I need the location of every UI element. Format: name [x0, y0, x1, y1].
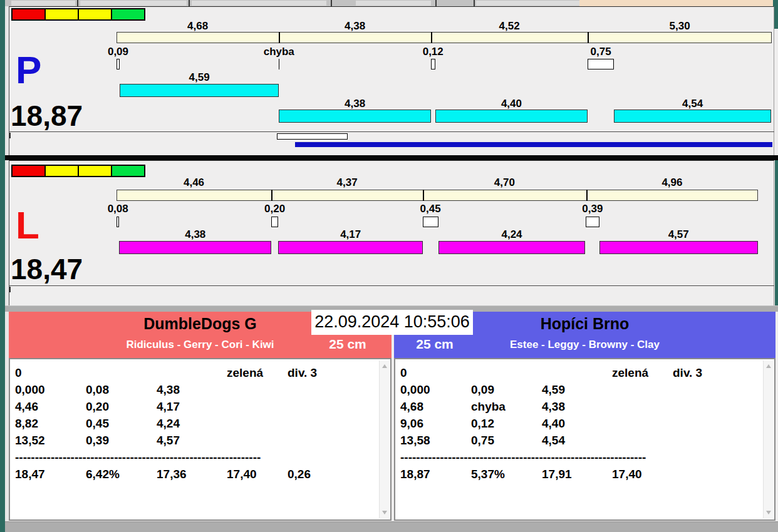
change-time-box [423, 217, 438, 227]
split-time-label: 4,37 [337, 176, 358, 189]
log-cell [612, 398, 673, 415]
log-cell: 18,47 [15, 466, 86, 483]
split-time-label: 4,38 [345, 20, 365, 33]
log-cell [542, 364, 612, 381]
log-separator: ----------------------------------------… [15, 449, 376, 466]
log-cell: 8,82 [15, 415, 86, 432]
log-cell: 4,68 [400, 398, 471, 415]
log-header-row: 0zelenádiv. 3 [15, 364, 376, 381]
log-row: 8,820,454,24 [15, 415, 376, 432]
log-cell: 4,17 [157, 398, 227, 415]
change-time-label: 0,08 [108, 203, 128, 215]
yellow-light [44, 165, 79, 177]
change-time-box [271, 217, 278, 227]
log-cell [227, 381, 288, 398]
dog-run-bar [279, 110, 431, 123]
result-log-right: 0zelenádiv. 30,0000,094,594,68chyba4,389… [394, 358, 775, 521]
split-time-label: 4,70 [494, 176, 515, 189]
height-class-right: 25 cm [407, 337, 463, 352]
change-time-label: 0,39 [582, 203, 603, 215]
log-cell: 0,26 [288, 466, 376, 483]
log-cell: 0,000 [15, 381, 86, 398]
log-cell: 13,52 [15, 432, 86, 449]
substrip-tick [9, 287, 11, 292]
timing-panel-l: L 18,47 4,464,374,704,960,080,200,450,39… [9, 160, 774, 305]
log-cell [612, 381, 673, 398]
log-cell: div. 3 [288, 364, 376, 381]
split-divider [431, 32, 432, 43]
log-row: 13,580,754,54 [400, 432, 760, 449]
change-error-tick [279, 59, 279, 69]
log-cell: 0,39 [86, 432, 157, 449]
log-cell [471, 364, 542, 381]
change-error-label: chyba [264, 46, 294, 58]
log-cell [227, 415, 288, 432]
lane-letter-p: P [16, 51, 41, 90]
log-cell [227, 432, 288, 449]
yellow-light [78, 8, 112, 21]
log-cell [673, 415, 760, 432]
log-cell [86, 364, 157, 381]
log-cell: zelená [612, 364, 673, 381]
background-window-segment [192, 1, 326, 6]
log-cell [612, 415, 673, 432]
log-cell: 6,42% [86, 466, 157, 483]
log-cell: 5,37% [471, 466, 542, 483]
log-row: 4,460,204,17 [15, 398, 376, 415]
scroll-up-icon[interactable] [766, 364, 771, 368]
scrollbar[interactable] [379, 361, 389, 518]
log-cell [227, 398, 288, 415]
lane-substrip-p [9, 131, 774, 155]
scroll-down-icon[interactable] [766, 511, 771, 514]
change-time-box [588, 59, 614, 69]
log-cell: 4,46 [15, 398, 86, 415]
split-time-bar [117, 190, 758, 201]
log-cell [673, 381, 760, 398]
log-cell: 0 [400, 364, 471, 381]
lane-substrip-l [9, 285, 774, 305]
log-cell: 0,08 [86, 381, 157, 398]
log-cell: 0,09 [471, 381, 542, 398]
split-divider [271, 190, 272, 201]
dog-run-label: 4,59 [189, 71, 210, 84]
log-cell [288, 398, 376, 415]
log-cell [673, 466, 760, 483]
change-time-box [431, 59, 435, 69]
running-dog-outline-bar [277, 133, 348, 140]
dog-run-bar [120, 84, 279, 97]
result-log-right-text: 0zelenádiv. 30,0000,094,594,68chyba4,389… [400, 364, 760, 517]
yellow-light [44, 8, 79, 21]
log-cell: 4,59 [542, 381, 612, 398]
log-cell: 0,20 [86, 398, 157, 415]
dog-run-label: 4,17 [340, 228, 361, 241]
log-cell: 4,57 [157, 432, 227, 449]
background-window-tick [189, 0, 190, 6]
lane-total-time-l: 18,47 [11, 255, 83, 284]
log-cell: zelená [227, 364, 288, 381]
background-window-tick [77, 0, 78, 6]
log-cell: 0 [15, 364, 86, 381]
scroll-down-icon[interactable] [382, 511, 387, 514]
log-cell: 17,40 [612, 466, 673, 483]
lane-divider [5, 155, 778, 160]
running-dog-progress-bar [295, 142, 772, 147]
datetime-display: 22.09.2024 10:55:06 [311, 310, 473, 335]
log-row: 9,060,124,40 [400, 415, 760, 432]
scroll-up-icon[interactable] [382, 364, 387, 368]
log-cell: 4,38 [542, 398, 612, 415]
log-row: 4,68chyba4,38 [400, 398, 760, 415]
log-cell: 4,38 [157, 381, 227, 398]
log-cell [673, 398, 760, 415]
dog-run-label: 4,38 [185, 228, 205, 241]
log-cell: 0,75 [471, 432, 542, 449]
lane-letter-l: L [16, 206, 39, 245]
change-time-label: 0,12 [423, 46, 443, 58]
dog-run-bar [614, 110, 772, 123]
scrollbar[interactable] [763, 361, 773, 518]
dog-run-label: 4,54 [682, 98, 703, 110]
log-cell: 4,54 [542, 432, 612, 449]
change-time-label: 0,45 [420, 203, 441, 215]
split-divider [588, 32, 589, 43]
start-lights [11, 165, 144, 177]
split-divider [423, 190, 424, 201]
